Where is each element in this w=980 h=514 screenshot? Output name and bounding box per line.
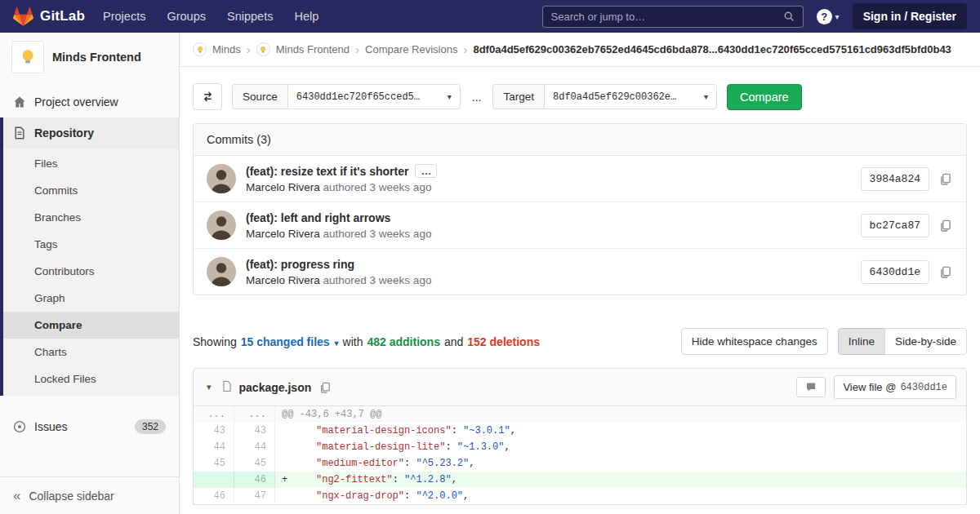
- diff-summary-bar: Showing 15 changed files ▾ with 482 addi…: [193, 328, 967, 355]
- sidebar-subitem-locked-files[interactable]: Locked Files: [3, 366, 179, 392]
- diff-line-number-old[interactable]: 46: [194, 488, 234, 504]
- sidebar-item-label: Repository: [34, 126, 94, 140]
- copy-sha-button[interactable]: [938, 218, 953, 233]
- help-icon: ?: [817, 9, 832, 24]
- collapse-sidebar-button[interactable]: « Collapse sidebar: [0, 476, 179, 514]
- diff-line-number-old[interactable]: 45: [194, 455, 234, 472]
- hide-whitespace-button[interactable]: Hide whitespace changes: [681, 328, 828, 355]
- diff-file-panel: ▾ package.json View file @ 6430dd1e: [193, 368, 967, 505]
- swap-revisions-button[interactable]: [193, 83, 222, 110]
- view-file-button[interactable]: View file @ 6430dd1e: [834, 375, 956, 399]
- nav-item-projects[interactable]: Projects: [103, 10, 145, 23]
- diff-line: 43 43 "material-design-icons": "~3.0.1",: [194, 423, 966, 439]
- commit-author-link[interactable]: Marcelo Rivera: [246, 181, 320, 193]
- sidebar-subitem-files[interactable]: Files: [3, 150, 179, 177]
- copy-sha-button[interactable]: [938, 264, 953, 280]
- lightbulb-icon: [17, 47, 38, 68]
- inline-view-button[interactable]: Inline: [838, 328, 885, 355]
- diff-line-number-new[interactable]: 47: [234, 488, 275, 504]
- group-avatar: [193, 42, 207, 56]
- home-icon: [13, 95, 26, 109]
- sidebar-subitem-tags[interactable]: Tags: [3, 231, 179, 258]
- gitlab-logo[interactable]: GitLab: [13, 7, 85, 27]
- commit-meta-text: authored 3 weeks ago: [323, 181, 432, 193]
- commit-author-avatar[interactable]: [207, 210, 236, 240]
- copy-filename-button[interactable]: [318, 380, 332, 395]
- diff-line-number-new[interactable]: 44: [234, 439, 275, 455]
- nav-menu: Projects Groups Snippets Help: [103, 10, 318, 23]
- person-avatar-icon: [207, 257, 236, 286]
- compare-button[interactable]: Compare: [727, 84, 802, 110]
- issues-count-badge: 352: [135, 419, 166, 434]
- commit-row: (feat): left and right arrows Marcelo Ri…: [194, 202, 966, 248]
- chevron-down-icon: ▾: [448, 92, 452, 101]
- sidebar-subitem-contributors[interactable]: Contributors: [3, 258, 179, 285]
- diff-line-number-new: ...: [234, 406, 275, 423]
- diff-line-number-old[interactable]: 43: [194, 423, 234, 439]
- diff-line-number-new[interactable]: 46: [234, 472, 275, 488]
- commit-author-avatar[interactable]: [207, 164, 236, 193]
- side-by-side-view-button[interactable]: Side-by-side: [884, 328, 967, 355]
- repository-submenu: Files Commits Branches Tags Contributors…: [3, 148, 179, 396]
- breadcrumb-project-link[interactable]: Minds Frontend: [276, 43, 350, 55]
- sidebar-subitem-compare[interactable]: Compare: [3, 312, 179, 339]
- nav-item-snippets[interactable]: Snippets: [227, 10, 273, 23]
- commit-options-button[interactable]: …: [415, 164, 437, 178]
- sign-in-button[interactable]: Sign in / Register: [853, 3, 967, 29]
- search-icon: [783, 11, 795, 22]
- help-dropdown[interactable]: ? ▾: [817, 9, 840, 24]
- diff-hunk-row: ... ... @@ -43,6 +43,7 @@: [194, 406, 966, 423]
- brand-text: GitLab: [40, 8, 85, 24]
- source-ref-dropdown[interactable]: 6430dd1ec720f65cced5… ▾: [287, 84, 461, 109]
- copy-icon: [939, 173, 951, 185]
- commit-author-link[interactable]: Marcelo Rivera: [246, 228, 320, 240]
- diff-line-number-new[interactable]: 45: [234, 455, 275, 472]
- breadcrumb-page-link[interactable]: Compare Revisions: [365, 43, 457, 55]
- commit-message-link[interactable]: (feat): resize text if it's shorter: [246, 165, 408, 178]
- diff-line-added: 46 +"ng2-fittext": "^1.2.8",: [194, 472, 966, 488]
- sidebar-item-project-overview[interactable]: Project overview: [0, 86, 179, 117]
- toggle-comments-button[interactable]: [796, 377, 826, 397]
- diff-line-number-old[interactable]: 44: [194, 439, 234, 455]
- diff-line-number-new[interactable]: 43: [234, 423, 275, 439]
- diff-filename-link[interactable]: package.json: [239, 381, 312, 394]
- commit-author-link[interactable]: Marcelo Rivera: [246, 274, 320, 286]
- copy-sha-button[interactable]: [938, 171, 953, 187]
- commit-sha-link[interactable]: bc27ca87: [861, 214, 929, 237]
- commit-author-avatar[interactable]: [207, 257, 236, 286]
- commit-sha-link[interactable]: 6430dd1e: [861, 260, 929, 284]
- sidebar-subitem-branches[interactable]: Branches: [3, 204, 179, 231]
- breadcrumb-group-link[interactable]: Minds: [212, 43, 241, 55]
- sidebar-item-repository[interactable]: Repository: [3, 117, 179, 148]
- commit-message-link[interactable]: (feat): progress ring: [246, 258, 354, 271]
- diff-table: ... ... @@ -43,6 +43,7 @@ 43 43 "materia…: [194, 406, 966, 504]
- diff-line: 46 47 "ngx-drag-drop": "^2.0.0",: [194, 488, 966, 504]
- search-input[interactable]: [551, 11, 783, 23]
- commits-panel-title: Commits (3): [194, 124, 966, 156]
- sidebar-subitem-graph[interactable]: Graph: [3, 285, 179, 312]
- collapse-label: Collapse sidebar: [29, 490, 114, 503]
- additions-count: 482 additions: [367, 335, 439, 348]
- breadcrumb-separator: ›: [463, 42, 467, 56]
- lightbulb-icon: [195, 45, 205, 55]
- nav-item-groups[interactable]: Groups: [167, 10, 206, 23]
- collapse-diff-button[interactable]: ▾: [203, 380, 215, 394]
- changed-files-dropdown[interactable]: 15 changed files ▾: [241, 335, 339, 348]
- sidebar-subitem-charts[interactable]: Charts: [3, 339, 179, 366]
- copy-icon: [319, 382, 331, 393]
- commits-panel: Commits (3) (feat): resize text if it's …: [193, 123, 967, 295]
- sidebar-subitem-commits[interactable]: Commits: [3, 177, 179, 204]
- chevron-down-icon: ▾: [835, 12, 840, 21]
- project-header[interactable]: Minds Frontend: [0, 33, 179, 82]
- search-box[interactable]: [542, 6, 804, 28]
- commit-message-link[interactable]: (feat): left and right arrows: [246, 211, 390, 224]
- target-ref-value: 8df0a4d5ef629c00362e…: [553, 91, 676, 103]
- target-ref-dropdown[interactable]: 8df0a4d5ef629c00362e… ▾: [544, 84, 717, 109]
- commit-row: (feat): resize text if it's shorter … Ma…: [194, 156, 966, 202]
- diff-line-number-old[interactable]: [194, 472, 234, 488]
- nav-item-help[interactable]: Help: [294, 10, 318, 23]
- sidebar-item-issues[interactable]: Issues 352: [0, 410, 179, 443]
- commit-sha-link[interactable]: 3984a824: [861, 167, 929, 191]
- and-label: and: [444, 335, 463, 348]
- target-label: Target: [492, 84, 544, 109]
